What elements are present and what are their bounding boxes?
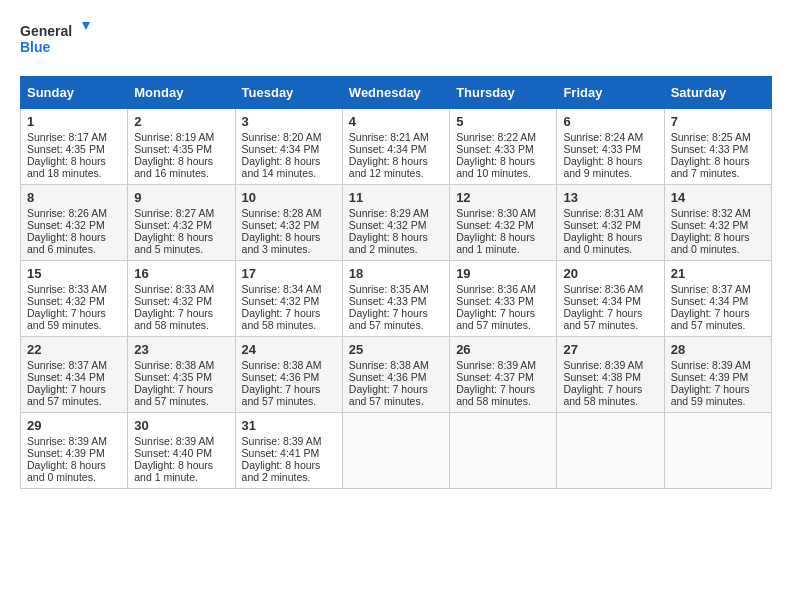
daylight-text: Daylight: 7 hours and 57 minutes.	[242, 383, 336, 407]
day-number: 29	[27, 418, 121, 433]
day-of-week-thursday: Thursday	[450, 77, 557, 109]
calendar-week-2: 8Sunrise: 8:26 AMSunset: 4:32 PMDaylight…	[21, 185, 772, 261]
svg-text:General: General	[20, 23, 72, 39]
daylight-text: Daylight: 8 hours and 12 minutes.	[349, 155, 443, 179]
sunrise-text: Sunrise: 8:22 AM	[456, 131, 550, 143]
sunset-text: Sunset: 4:32 PM	[456, 219, 550, 231]
daylight-text: Daylight: 7 hours and 59 minutes.	[671, 383, 765, 407]
sunset-text: Sunset: 4:35 PM	[27, 143, 121, 155]
calendar-cell: 13Sunrise: 8:31 AMSunset: 4:32 PMDayligh…	[557, 185, 664, 261]
daylight-text: Daylight: 8 hours and 0 minutes.	[27, 459, 121, 483]
calendar-week-3: 15Sunrise: 8:33 AMSunset: 4:32 PMDayligh…	[21, 261, 772, 337]
sunrise-text: Sunrise: 8:32 AM	[671, 207, 765, 219]
calendar-cell: 9Sunrise: 8:27 AMSunset: 4:32 PMDaylight…	[128, 185, 235, 261]
sunrise-text: Sunrise: 8:24 AM	[563, 131, 657, 143]
daylight-text: Daylight: 7 hours and 58 minutes.	[563, 383, 657, 407]
calendar-cell: 23Sunrise: 8:38 AMSunset: 4:35 PMDayligh…	[128, 337, 235, 413]
day-number: 20	[563, 266, 657, 281]
day-number: 6	[563, 114, 657, 129]
day-number: 19	[456, 266, 550, 281]
daylight-text: Daylight: 7 hours and 57 minutes.	[349, 307, 443, 331]
day-number: 5	[456, 114, 550, 129]
sunrise-text: Sunrise: 8:37 AM	[27, 359, 121, 371]
day-number: 11	[349, 190, 443, 205]
sunrise-text: Sunrise: 8:39 AM	[27, 435, 121, 447]
day-number: 15	[27, 266, 121, 281]
sunset-text: Sunset: 4:41 PM	[242, 447, 336, 459]
day-number: 27	[563, 342, 657, 357]
day-number: 3	[242, 114, 336, 129]
day-number: 26	[456, 342, 550, 357]
daylight-text: Daylight: 7 hours and 58 minutes.	[242, 307, 336, 331]
calendar-week-4: 22Sunrise: 8:37 AMSunset: 4:34 PMDayligh…	[21, 337, 772, 413]
day-number: 4	[349, 114, 443, 129]
sunrise-text: Sunrise: 8:26 AM	[27, 207, 121, 219]
sunrise-text: Sunrise: 8:25 AM	[671, 131, 765, 143]
calendar-cell: 1Sunrise: 8:17 AMSunset: 4:35 PMDaylight…	[21, 109, 128, 185]
sunrise-text: Sunrise: 8:38 AM	[242, 359, 336, 371]
daylight-text: Daylight: 8 hours and 0 minutes.	[563, 231, 657, 255]
day-number: 7	[671, 114, 765, 129]
sunrise-text: Sunrise: 8:21 AM	[349, 131, 443, 143]
daylight-text: Daylight: 7 hours and 58 minutes.	[456, 383, 550, 407]
calendar-week-5: 29Sunrise: 8:39 AMSunset: 4:39 PMDayligh…	[21, 413, 772, 489]
sunset-text: Sunset: 4:34 PM	[349, 143, 443, 155]
day-number: 10	[242, 190, 336, 205]
sunrise-text: Sunrise: 8:39 AM	[456, 359, 550, 371]
day-number: 25	[349, 342, 443, 357]
daylight-text: Daylight: 8 hours and 18 minutes.	[27, 155, 121, 179]
calendar-cell	[557, 413, 664, 489]
daylight-text: Daylight: 7 hours and 57 minutes.	[349, 383, 443, 407]
day-number: 2	[134, 114, 228, 129]
day-number: 24	[242, 342, 336, 357]
daylight-text: Daylight: 8 hours and 16 minutes.	[134, 155, 228, 179]
day-number: 18	[349, 266, 443, 281]
calendar-cell: 24Sunrise: 8:38 AMSunset: 4:36 PMDayligh…	[235, 337, 342, 413]
sunrise-text: Sunrise: 8:27 AM	[134, 207, 228, 219]
sunrise-text: Sunrise: 8:36 AM	[563, 283, 657, 295]
logo-svg: General Blue	[20, 20, 90, 60]
calendar-cell: 28Sunrise: 8:39 AMSunset: 4:39 PMDayligh…	[664, 337, 771, 413]
calendar-cell: 22Sunrise: 8:37 AMSunset: 4:34 PMDayligh…	[21, 337, 128, 413]
calendar-cell: 10Sunrise: 8:28 AMSunset: 4:32 PMDayligh…	[235, 185, 342, 261]
calendar-cell: 31Sunrise: 8:39 AMSunset: 4:41 PMDayligh…	[235, 413, 342, 489]
daylight-text: Daylight: 8 hours and 9 minutes.	[563, 155, 657, 179]
day-number: 17	[242, 266, 336, 281]
sunrise-text: Sunrise: 8:33 AM	[134, 283, 228, 295]
daylight-text: Daylight: 8 hours and 0 minutes.	[671, 231, 765, 255]
calendar-cell: 19Sunrise: 8:36 AMSunset: 4:33 PMDayligh…	[450, 261, 557, 337]
day-of-week-saturday: Saturday	[664, 77, 771, 109]
daylight-text: Daylight: 8 hours and 5 minutes.	[134, 231, 228, 255]
sunset-text: Sunset: 4:36 PM	[242, 371, 336, 383]
calendar-table: SundayMondayTuesdayWednesdayThursdayFrid…	[20, 76, 772, 489]
svg-marker-2	[82, 22, 90, 30]
day-number: 22	[27, 342, 121, 357]
sunset-text: Sunset: 4:38 PM	[563, 371, 657, 383]
day-of-week-friday: Friday	[557, 77, 664, 109]
calendar-cell	[450, 413, 557, 489]
day-number: 16	[134, 266, 228, 281]
calendar-cell: 17Sunrise: 8:34 AMSunset: 4:32 PMDayligh…	[235, 261, 342, 337]
sunset-text: Sunset: 4:34 PM	[563, 295, 657, 307]
sunrise-text: Sunrise: 8:19 AM	[134, 131, 228, 143]
daylight-text: Daylight: 8 hours and 7 minutes.	[671, 155, 765, 179]
daylight-text: Daylight: 7 hours and 57 minutes.	[27, 383, 121, 407]
sunrise-text: Sunrise: 8:39 AM	[671, 359, 765, 371]
sunset-text: Sunset: 4:34 PM	[242, 143, 336, 155]
calendar-cell: 12Sunrise: 8:30 AMSunset: 4:32 PMDayligh…	[450, 185, 557, 261]
day-number: 13	[563, 190, 657, 205]
sunset-text: Sunset: 4:33 PM	[456, 295, 550, 307]
day-number: 1	[27, 114, 121, 129]
sunrise-text: Sunrise: 8:34 AM	[242, 283, 336, 295]
sunrise-text: Sunrise: 8:36 AM	[456, 283, 550, 295]
calendar-cell: 6Sunrise: 8:24 AMSunset: 4:33 PMDaylight…	[557, 109, 664, 185]
calendar-week-1: 1Sunrise: 8:17 AMSunset: 4:35 PMDaylight…	[21, 109, 772, 185]
sunrise-text: Sunrise: 8:17 AM	[27, 131, 121, 143]
calendar-cell: 15Sunrise: 8:33 AMSunset: 4:32 PMDayligh…	[21, 261, 128, 337]
sunset-text: Sunset: 4:32 PM	[349, 219, 443, 231]
calendar-cell: 27Sunrise: 8:39 AMSunset: 4:38 PMDayligh…	[557, 337, 664, 413]
calendar-cell: 16Sunrise: 8:33 AMSunset: 4:32 PMDayligh…	[128, 261, 235, 337]
page-header: General Blue	[20, 20, 772, 60]
day-of-week-sunday: Sunday	[21, 77, 128, 109]
daylight-text: Daylight: 7 hours and 57 minutes.	[456, 307, 550, 331]
